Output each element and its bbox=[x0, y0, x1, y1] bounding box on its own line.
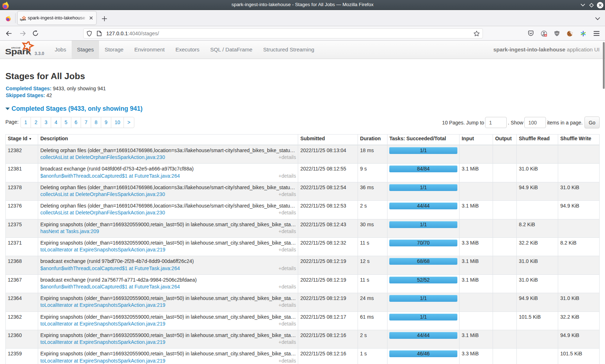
svg-text:™: ™ bbox=[30, 54, 31, 56]
svg-text:UO: UO bbox=[555, 32, 559, 35]
